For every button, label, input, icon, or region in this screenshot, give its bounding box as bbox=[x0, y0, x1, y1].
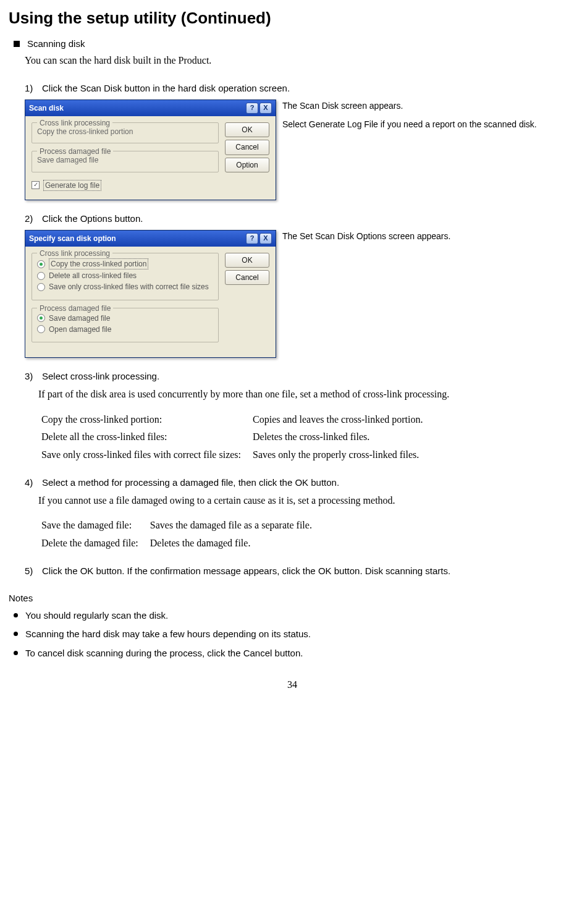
radio-label: Open damaged file bbox=[49, 324, 111, 334]
scan-disk-dialog: Scan disk ? X Cross link processing Copy… bbox=[25, 100, 276, 200]
step-number: 2) bbox=[25, 213, 37, 225]
bullet-dot-icon bbox=[14, 613, 18, 617]
figure-caption: Select Generate Log File if you need a r… bbox=[282, 118, 537, 130]
notes-heading: Notes bbox=[9, 592, 576, 604]
page-number: 34 bbox=[9, 678, 576, 692]
bullet-square-icon bbox=[14, 41, 20, 47]
step-number: 3) bbox=[25, 370, 37, 383]
radio-icon[interactable] bbox=[37, 272, 45, 280]
step-text: Select cross-link processing. bbox=[42, 370, 159, 383]
step-number: 1) bbox=[25, 82, 37, 95]
opt-label: Save only cross-linked files with correc… bbox=[41, 447, 251, 464]
help-button[interactable]: ? bbox=[246, 103, 258, 114]
opt-desc: Deletes the cross-linked files. bbox=[252, 430, 433, 446]
note-text: Scanning the hard disk may take a few ho… bbox=[25, 628, 311, 640]
scan-disk-option-dialog: Specify scan disk option ? X Cross link … bbox=[25, 230, 276, 358]
bullet-dot-icon bbox=[14, 651, 18, 655]
step-text: Select a method for processing a damaged… bbox=[42, 477, 339, 489]
checkbox-icon[interactable]: ✓ bbox=[32, 181, 40, 189]
radio-label: Save damaged file bbox=[49, 313, 110, 323]
cancel-button[interactable]: Cancel bbox=[225, 140, 269, 155]
group-value: Save damaged file bbox=[37, 155, 213, 165]
radio-icon[interactable] bbox=[37, 283, 45, 291]
opt-label: Delete all the cross-linked files: bbox=[41, 430, 251, 446]
bullet-dot-icon bbox=[14, 632, 18, 636]
section-heading: Scanning disk bbox=[27, 38, 85, 50]
dialog-title: Specify scan disk option bbox=[29, 234, 116, 244]
checkbox-label: Generate log file bbox=[43, 180, 101, 191]
radio-label: Save only cross-linked files with correc… bbox=[49, 282, 209, 292]
step-body: If part of the disk area is used concurr… bbox=[38, 388, 576, 401]
opt-label: Delete the damaged file: bbox=[41, 536, 148, 553]
radio-label: Copy the cross-linked portion bbox=[49, 258, 148, 269]
help-button[interactable]: ? bbox=[246, 233, 258, 244]
opt-desc: Saves only the properly cross-linked fil… bbox=[252, 447, 433, 464]
radio-icon[interactable] bbox=[37, 325, 45, 333]
options-table: Save the damaged file:Saves the damaged … bbox=[40, 517, 323, 553]
figure-caption: The Set Scan Disk Options screen appears… bbox=[282, 230, 450, 242]
step-text: Click the Scan Disk button in the hard d… bbox=[42, 82, 290, 95]
intro-text: You can scan the hard disk built in the … bbox=[25, 54, 576, 67]
radio-icon[interactable] bbox=[37, 314, 45, 322]
radio-label: Delete all cross-linked files bbox=[49, 271, 137, 281]
options-table: Copy the cross-linked portion:Copies and… bbox=[40, 411, 434, 465]
note-text: You should regularly scan the disk. bbox=[25, 609, 168, 622]
step-number: 5) bbox=[25, 565, 37, 577]
group-value: Copy the cross-linked portion bbox=[37, 127, 213, 137]
opt-label: Copy the cross-linked portion: bbox=[41, 412, 251, 429]
step-text: Click the OK button. If the confirmation… bbox=[42, 565, 450, 577]
cancel-button[interactable]: Cancel bbox=[225, 270, 269, 285]
opt-desc: Saves the damaged file as a separate fil… bbox=[150, 518, 322, 535]
radio-icon[interactable] bbox=[37, 260, 45, 268]
group-title: Process damaged file bbox=[37, 303, 113, 313]
opt-desc: Copies and leaves the cross-linked porti… bbox=[252, 412, 433, 429]
ok-button[interactable]: OK bbox=[225, 122, 269, 137]
group-title: Cross link processing bbox=[37, 248, 112, 258]
opt-desc: Deletes the damaged file. bbox=[150, 536, 322, 553]
option-button[interactable]: Option bbox=[225, 158, 269, 172]
step-text: Click the Options button. bbox=[42, 213, 143, 225]
note-text: To cancel disk scanning during the proce… bbox=[25, 647, 303, 659]
opt-label: Save the damaged file: bbox=[41, 518, 148, 535]
figure-caption: The Scan Disk screen appears. bbox=[282, 100, 537, 112]
step-number: 4) bbox=[25, 477, 37, 489]
close-button[interactable]: X bbox=[259, 233, 272, 244]
page-title: Using the setup utility (Continued) bbox=[9, 7, 576, 29]
dialog-title: Scan disk bbox=[29, 103, 64, 113]
close-button[interactable]: X bbox=[259, 103, 272, 114]
step-body: If you cannot use a file damaged owing t… bbox=[38, 494, 576, 507]
ok-button[interactable]: OK bbox=[225, 253, 269, 268]
